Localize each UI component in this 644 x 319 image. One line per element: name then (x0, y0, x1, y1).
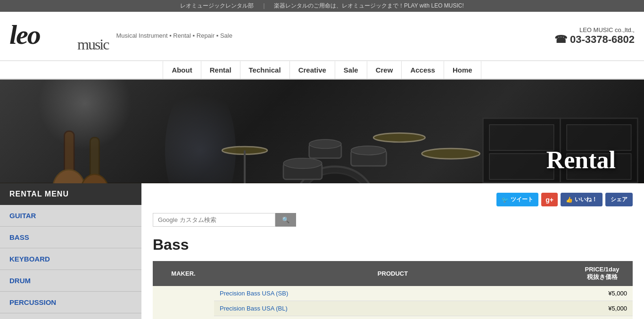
price-cell-1: ¥5,000 (571, 286, 633, 301)
contact-area: LEO MUSIC co.,ltd., ☎ 03-3378-6802 (554, 26, 635, 46)
nav-access[interactable]: Access (402, 61, 444, 79)
sidebar-title: RENTAL MENU (0, 183, 141, 205)
maker-fender[interactable]: FENDER (153, 286, 214, 319)
table-row: Precision Bass USA (SB) Black Pickguard … (153, 316, 633, 319)
svg-point-11 (309, 139, 341, 148)
search-area: 🔍 (153, 213, 633, 227)
phone-number: ☎ 03-3378-6802 (554, 33, 635, 46)
content-area: RENTAL MENU GUITAR BASS KEYBOARD DRUM PE… (0, 183, 644, 319)
table-row: Precision Bass USA (BL) ¥5,000 (153, 301, 633, 316)
gplus-button[interactable]: g+ (541, 193, 558, 206)
twitter-icon: 🐦 (502, 196, 509, 203)
logo-subtitle: Musical Instrument ▪ Rental ▪ Repair ▪ S… (116, 32, 232, 40)
svg-rect-16 (489, 154, 554, 180)
price-cell-2: ¥5,000 (571, 301, 633, 316)
nav-home[interactable]: Home (444, 61, 481, 79)
product-cell: Precision Bass USA (SB) (214, 286, 571, 301)
price-cell-3: ¥5,000 (571, 316, 633, 319)
top-bar: レオミュージックレンタル部 ｜ 楽器レンタルのご用命は、レオミュージックまで！P… (0, 0, 644, 12)
topbar-text1: レオミュージックレンタル部 (180, 2, 254, 9)
product-link-2[interactable]: Precision Bass USA (BL) (220, 305, 288, 312)
sidebar-item-bass[interactable]: BASS (0, 227, 141, 248)
main-nav: About Rental Technical Creative Sale Cre… (0, 61, 644, 80)
phone-digits: 03-3378-6802 (570, 33, 635, 45)
svg-point-23 (81, 174, 109, 183)
nav-crew[interactable]: Crew (367, 61, 402, 79)
product-table: MAKER. PRODUCT PRICE/1day 税抜き価格 FENDER P… (153, 261, 633, 319)
nav-sale[interactable]: Sale (335, 61, 367, 79)
nav-creative[interactable]: Creative (290, 61, 335, 79)
sidebar-item-percussion[interactable]: PERCUSSION (0, 292, 141, 313)
like-icon: 👍 (566, 196, 573, 203)
product-cell: Precision Bass USA (SB) Black Pickguard (214, 316, 571, 319)
table-header-row: MAKER. PRODUCT PRICE/1day 税抜き価格 (153, 261, 633, 286)
sidebar-item-dj[interactable]: DJ (0, 313, 141, 319)
tweet-button[interactable]: 🐦 ツイート (496, 193, 538, 206)
logo-leo: leo (9, 26, 76, 55)
product-cell: Precision Bass USA (BL) (214, 301, 571, 316)
logo-svg: leo (9, 16, 71, 49)
phone-icon: ☎ (554, 33, 567, 45)
share-button[interactable]: シェア (605, 193, 633, 206)
social-bar: 🐦 ツイート g+ 👍 いいね！ シェア (153, 193, 633, 206)
table-row: FENDER Precision Bass USA (SB) ¥5,000 (153, 286, 633, 301)
sidebar: RENTAL MENU GUITAR BASS KEYBOARD DRUM PE… (0, 183, 141, 319)
search-button[interactable]: 🔍 (275, 213, 296, 227)
product-link-1[interactable]: Precision Bass USA (SB) (220, 290, 288, 297)
company-name: LEO MUSIC co.,ltd., (554, 26, 635, 33)
svg-point-21 (53, 170, 85, 183)
th-product: PRODUCT (214, 261, 571, 286)
svg-point-9 (422, 148, 480, 159)
header: leo music Musical Instrument ▪ Rental ▪ … (0, 12, 644, 61)
nav-technical[interactable]: Technical (240, 61, 290, 79)
sidebar-item-drum[interactable]: DRUM (0, 270, 141, 292)
hero-title: Rental (546, 146, 616, 174)
nav-about[interactable]: About (163, 61, 201, 79)
sidebar-item-keyboard[interactable]: KEYBOARD (0, 248, 141, 270)
th-price: PRICE/1day 税抜き価格 (571, 261, 633, 286)
page-title: Bass (153, 236, 633, 254)
like-button[interactable]: 👍 いいね！ (561, 193, 603, 206)
logo-music: music (77, 36, 108, 53)
svg-point-8 (373, 133, 425, 142)
main-content: 🐦 ツイート g+ 👍 いいね！ シェア 🔍 Bass (141, 183, 644, 319)
topbar-text2: 楽器レンタルのご用命は、レオミュージックまで！PLAY with LEO MUS… (274, 2, 464, 9)
logo[interactable]: leo music (9, 16, 108, 56)
svg-text:leo: leo (9, 19, 41, 49)
topbar-separator: ｜ (261, 2, 267, 9)
th-maker: MAKER. (153, 261, 214, 286)
hero-banner: Rental (0, 80, 644, 183)
svg-rect-15 (489, 125, 554, 151)
search-input[interactable] (153, 213, 275, 227)
svg-point-5 (283, 158, 322, 169)
nav-rental[interactable]: Rental (201, 61, 240, 79)
svg-point-13 (351, 146, 386, 155)
sidebar-item-guitar[interactable]: GUITAR (0, 205, 141, 227)
logo-area: leo music Musical Instrument ▪ Rental ▪ … (9, 16, 554, 56)
